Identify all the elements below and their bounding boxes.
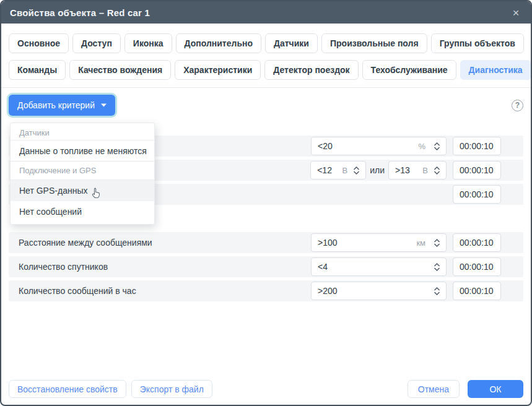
- menu-item-label: Нет GPS-данных: [19, 186, 87, 196]
- or-label: или: [370, 165, 385, 175]
- threshold-input[interactable]: >100 км: [311, 233, 447, 252]
- tab-diagnostics[interactable]: Диагностика: [460, 60, 531, 80]
- unit-label: В: [342, 166, 348, 175]
- spinner-up-icon: [434, 287, 440, 291]
- threshold-input[interactable]: <20 %: [311, 137, 447, 155]
- tab-commands[interactable]: Команды: [9, 60, 66, 80]
- add-criterion-label: Добавить критерий: [17, 100, 95, 110]
- stepper[interactable]: [353, 166, 360, 175]
- add-criterion-button[interactable]: Добавить критерий: [9, 95, 115, 116]
- menu-item-fuel-data-not-changing[interactable]: Данные о топливе не меняются: [11, 140, 154, 162]
- tab-characteristics[interactable]: Характеристики: [175, 60, 261, 80]
- menu-item-no-gps-data[interactable]: Нет GPS-данных: [11, 180, 154, 201]
- threshold-value: >100: [318, 238, 416, 248]
- menu-group-connection-gps: Подключение и GPS: [11, 162, 154, 180]
- tab-maintenance[interactable]: Техобслуживание: [362, 60, 456, 80]
- menu-group-sensors: Датчики: [11, 126, 154, 140]
- tabs-row-1: Основное Доступ Иконка Дополнительно Дат…: [9, 33, 523, 53]
- dialog-title: Свойства объекта – Red car 1: [10, 7, 150, 18]
- tab-icon[interactable]: Иконка: [124, 33, 172, 53]
- export-to-file-button[interactable]: Экспорт в файл: [131, 380, 212, 398]
- criterion-row-distance: Расстояние между сообщениями >100 км 00:…: [9, 232, 523, 253]
- threshold-value: <4: [318, 262, 434, 272]
- spinner-down-icon: [434, 292, 440, 295]
- titlebar: Свойства объекта – Red car 1 ×: [1, 1, 531, 24]
- duration-value: 00:00:10: [460, 165, 494, 175]
- criterion-row-messages-per-hour: Количество сообщений в час >200 00:00:10: [9, 280, 523, 301]
- tab-access[interactable]: Доступ: [72, 33, 121, 53]
- unit-label: км: [416, 238, 425, 248]
- stepper[interactable]: [434, 287, 440, 295]
- spinner-down-icon: [434, 171, 440, 175]
- spinner-up-icon: [434, 239, 440, 243]
- duration-value: 00:00:10: [460, 238, 494, 248]
- ok-button[interactable]: ОК: [468, 380, 523, 398]
- threshold-value: >13: [395, 165, 422, 175]
- object-properties-dialog: Свойства объекта – Red car 1 × Основное …: [0, 0, 532, 406]
- duration-value: 00:00:10: [460, 262, 494, 272]
- stepper[interactable]: [434, 142, 440, 150]
- help-icon[interactable]: ?: [512, 100, 523, 111]
- stepper[interactable]: [434, 166, 440, 175]
- tab-driving-quality[interactable]: Качество вождения: [69, 60, 171, 80]
- tabs-bar: Основное Доступ Иконка Дополнительно Дат…: [1, 24, 531, 88]
- threshold-input[interactable]: >200: [311, 282, 447, 300]
- tabs-row-2: Команды Качество вождения Характеристики…: [9, 60, 523, 80]
- cursor-pointer-icon: [90, 187, 102, 199]
- duration-input[interactable]: 00:00:10: [453, 185, 501, 204]
- tab-general[interactable]: Основное: [9, 33, 69, 53]
- criterion-label: Количество спутников: [19, 262, 311, 272]
- spinner-up-icon: [434, 263, 440, 267]
- criterion-label: Количество сообщений в час: [19, 286, 311, 296]
- menu-item-no-messages[interactable]: Нет сообщений: [11, 201, 154, 222]
- unit-label: %: [418, 142, 425, 151]
- threshold-value: <20: [318, 141, 418, 151]
- threshold-input-low[interactable]: <12 В: [310, 161, 366, 179]
- threshold-input-high[interactable]: >13 В: [388, 161, 447, 179]
- duration-value: 00:00:10: [460, 189, 494, 199]
- tab-unit-groups[interactable]: Группы объектов: [431, 33, 524, 53]
- spinner-down-icon: [353, 171, 360, 175]
- menu-group-connection-gps-section: Подключение и GPS Нет GPS-данных Нет соо…: [11, 161, 154, 222]
- cancel-button[interactable]: Отмена: [408, 380, 460, 398]
- criterion-row-satellites: Количество спутников <4 00:00:10: [9, 256, 523, 277]
- stepper[interactable]: [434, 263, 440, 271]
- toolbar: Добавить критерий ?: [9, 95, 523, 116]
- add-criterion-dropdown: Датчики Данные о топливе не меняются Под…: [10, 123, 155, 225]
- threshold-input[interactable]: <4: [311, 257, 447, 276]
- duration-input[interactable]: 00:00:10: [453, 137, 501, 155]
- unit-label: В: [422, 166, 428, 175]
- tab-advanced[interactable]: Дополнительно: [176, 33, 261, 53]
- restore-properties-button[interactable]: Восстановление свойств: [9, 380, 126, 398]
- criterion-label: Расстояние между сообщениями: [19, 238, 311, 248]
- threshold-value: <12: [317, 165, 342, 175]
- duration-input[interactable]: 00:00:10: [453, 233, 501, 252]
- spinner-down-icon: [434, 243, 440, 247]
- spinner-up-icon: [434, 142, 440, 146]
- spinner-down-icon: [434, 147, 440, 150]
- tab-sensors[interactable]: Датчики: [265, 33, 318, 53]
- spinner-up-icon: [434, 166, 440, 170]
- duration-input[interactable]: 00:00:10: [453, 282, 501, 300]
- chevron-down-icon: [101, 103, 107, 107]
- spinner-down-icon: [434, 267, 440, 271]
- tab-trip-detector[interactable]: Детектор поездок: [264, 60, 358, 80]
- duration-value: 00:00:10: [460, 141, 494, 151]
- duration-value: 00:00:10: [460, 286, 494, 296]
- footer: Восстановление свойств Экспорт в файл От…: [1, 380, 531, 405]
- duration-input[interactable]: 00:00:10: [453, 257, 501, 276]
- stepper[interactable]: [434, 239, 440, 247]
- threshold-value: >200: [318, 286, 434, 296]
- spinner-up-icon: [353, 166, 360, 170]
- duration-input[interactable]: 00:00:10: [453, 161, 501, 179]
- close-icon[interactable]: ×: [510, 7, 522, 19]
- tab-custom-fields[interactable]: Произвольные поля: [321, 33, 427, 53]
